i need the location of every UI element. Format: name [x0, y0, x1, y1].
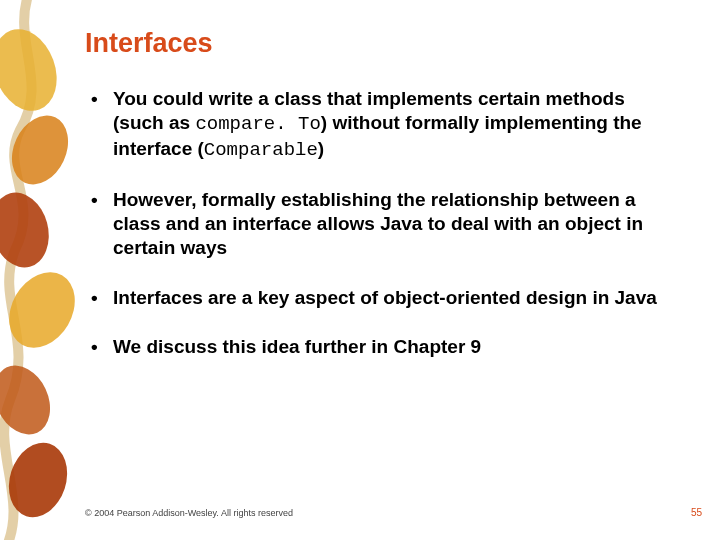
slide-title: Interfaces [85, 28, 680, 59]
svg-point-0 [0, 20, 68, 119]
svg-point-5 [0, 435, 76, 525]
leaf-decoration [0, 0, 78, 540]
svg-point-1 [1, 106, 78, 193]
bullet-1: You could write a class that implements … [85, 87, 680, 162]
bullet-1-text-post: ) [318, 138, 324, 159]
code-compareto: compare. To [195, 113, 320, 135]
slide-content: Interfaces You could write a class that … [85, 28, 680, 385]
page-number: 55 [691, 507, 702, 518]
bullet-3: Interfaces are a key aspect of object-or… [85, 286, 680, 310]
svg-point-3 [0, 260, 78, 359]
svg-point-4 [0, 356, 61, 443]
bullet-2: However, formally establishing the relat… [85, 188, 680, 259]
svg-point-2 [0, 186, 57, 274]
bullet-list: You could write a class that implements … [85, 87, 680, 359]
copyright-footer: © 2004 Pearson Addison-Wesley. All right… [85, 508, 293, 518]
bullet-4: We discuss this idea further in Chapter … [85, 335, 680, 359]
code-comparable: Comparable [204, 139, 318, 161]
